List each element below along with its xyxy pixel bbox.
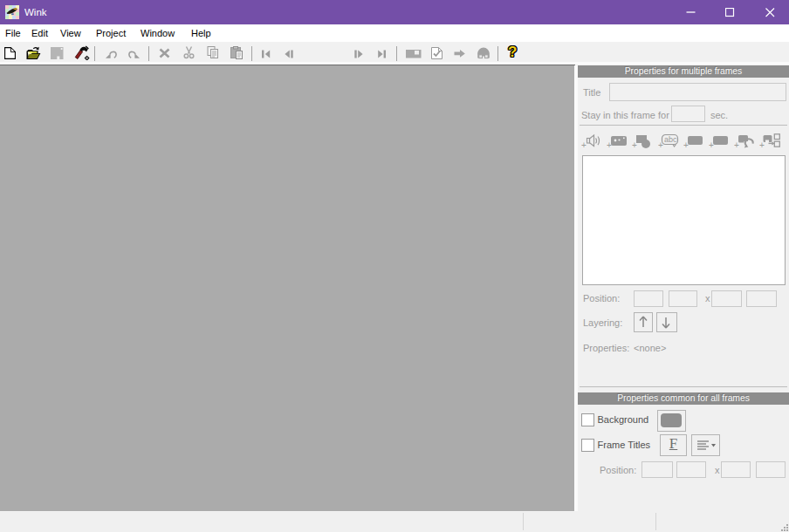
svg-text:+: + (734, 140, 739, 150)
svg-text:+: + (607, 140, 612, 150)
svg-text:+: + (658, 140, 663, 150)
svg-text:+: + (581, 140, 587, 150)
svg-text:+: + (632, 140, 637, 150)
svg-text:+: + (683, 140, 689, 150)
svg-text:abc: abc (664, 135, 677, 144)
svg-text:+: + (709, 140, 714, 150)
svg-text:+: + (759, 140, 765, 150)
